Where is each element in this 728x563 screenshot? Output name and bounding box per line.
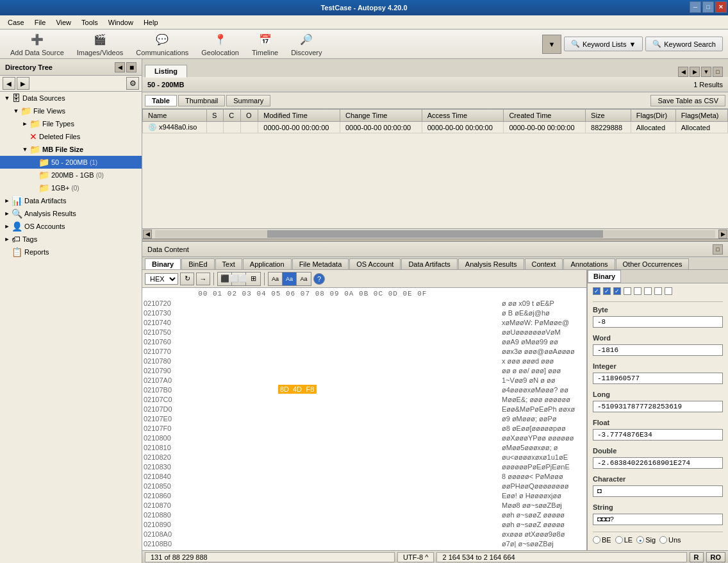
dc-tab-analysisresults[interactable]: Analysis Results xyxy=(458,258,524,269)
dc-tab-application[interactable]: Application xyxy=(243,258,292,269)
dc-tab-filemetadata[interactable]: File Metadata xyxy=(292,258,349,269)
close-button[interactable]: ✕ xyxy=(715,1,727,13)
keyword-search-button[interactable]: 🔍 Keyword Search xyxy=(645,37,723,51)
dc-tab-bined[interactable]: BinEd xyxy=(181,258,214,269)
hscroll-left[interactable]: ◀ xyxy=(143,230,152,239)
dc-tab-osaccount[interactable]: OS Account xyxy=(349,258,401,269)
tree-item-1gbplus[interactable]: 📁 1GB+ (0) xyxy=(0,181,142,194)
tree-item-fileviews[interactable]: ▼ 📁 File Views xyxy=(0,105,142,117)
col-change[interactable]: Change Time xyxy=(340,110,422,122)
col-s[interactable]: S xyxy=(207,110,224,122)
toolbar-extra-button[interactable]: ▼ xyxy=(542,35,561,54)
hex-refresh-button[interactable]: ↻ xyxy=(180,273,194,285)
maximize-button[interactable]: □ xyxy=(702,1,714,13)
col-size[interactable]: Size xyxy=(586,110,631,122)
tree-item-analysisresults[interactable]: ► 🔍 Analysis Results xyxy=(0,207,142,220)
hscroll-track[interactable] xyxy=(155,230,715,238)
status-ro-button[interactable]: RO xyxy=(706,552,726,562)
tree-item-50-200mb[interactable]: 📁 50 - 200MB (1) xyxy=(0,156,142,169)
hscroll-right[interactable]: ▶ xyxy=(718,230,727,239)
dc-tab-dataartifacts[interactable]: Data Artifacts xyxy=(401,258,457,269)
menu-tools[interactable]: Tools xyxy=(76,17,103,28)
dc-tab-text[interactable]: Text xyxy=(215,258,242,269)
tree-item-filetypes[interactable]: ► 📁 File Types xyxy=(0,117,142,130)
listing-nav-down[interactable]: ▼ xyxy=(701,67,711,77)
status-r-button[interactable]: R xyxy=(690,552,704,562)
add-datasource-button[interactable]: ➕ Add Data Source xyxy=(5,31,69,58)
dc-tab-binary[interactable]: Binary xyxy=(145,258,181,269)
h-scrollbar[interactable]: ◀ ▶ xyxy=(142,228,728,239)
tab-listing[interactable]: Listing xyxy=(145,65,187,78)
dc-tab-context[interactable]: Context xyxy=(525,258,563,269)
listing-nav-left[interactable]: ◀ xyxy=(678,67,688,77)
tree-item-dataartifacts[interactable]: ► 📊 Data Artifacts xyxy=(0,194,142,207)
rp-tab-binary[interactable]: Binary xyxy=(588,270,621,283)
tree-item-tags[interactable]: ► 🏷 Tags xyxy=(0,233,142,246)
minimize-button[interactable]: ─ xyxy=(690,1,701,13)
tree-item-datasources[interactable]: ▼ 🗄 Data Sources xyxy=(0,92,142,105)
tree-item-filesize[interactable]: ▼ 📁 MB File Size xyxy=(0,143,142,156)
checkbox-1[interactable]: ✓ xyxy=(593,287,600,295)
menu-file[interactable]: File xyxy=(29,17,51,28)
checkbox-6[interactable] xyxy=(644,287,652,295)
hex-forward-button[interactable]: → xyxy=(196,273,210,285)
tree-item-deletedfiles[interactable]: ✕ Deleted Files xyxy=(0,130,142,143)
tree-item-reports[interactable]: 📋 Reports xyxy=(0,246,142,258)
col-created[interactable]: Created Time xyxy=(504,110,586,122)
checkbox-8[interactable] xyxy=(665,287,672,295)
nav-back-button[interactable]: ◀ xyxy=(3,77,15,90)
checkbox-7[interactable] xyxy=(654,287,662,295)
menu-view[interactable]: View xyxy=(51,17,76,28)
nav-settings-button[interactable]: ⚙ xyxy=(126,77,139,90)
checkbox-5[interactable] xyxy=(634,287,641,295)
sidebar-expand-button[interactable]: ◼ xyxy=(126,62,136,72)
keyword-lists-button[interactable]: 🔍 Keyword Lists ▼ xyxy=(564,37,643,51)
hex-content[interactable]: 00 01 02 03 04 05 06 07 08 09 0A 0B 0C 0… xyxy=(142,288,586,550)
dc-restore[interactable]: □ xyxy=(713,244,723,255)
hex-view-2[interactable]: ⬜⬜ xyxy=(232,273,246,285)
radio-le[interactable]: LE xyxy=(615,536,633,544)
hex-color-3[interactable]: Aa xyxy=(297,273,311,285)
hex-color-1[interactable]: Aa xyxy=(269,273,283,285)
listing-nav-right[interactable]: ▶ xyxy=(690,67,700,77)
nav-forward-button[interactable]: ▶ xyxy=(17,77,29,90)
menu-case[interactable]: Case xyxy=(3,17,29,28)
col-flagsdir[interactable]: Flags(Dir) xyxy=(631,110,675,122)
col-c[interactable]: C xyxy=(224,110,241,122)
timeline-button[interactable]: 📅 Timeline xyxy=(247,31,283,58)
checkbox-3[interactable]: ✓ xyxy=(613,287,621,295)
communications-button[interactable]: 💬 Communications xyxy=(131,31,194,58)
dc-tab-otheroccurrences[interactable]: Other Occurrences xyxy=(616,258,690,269)
images-videos-button[interactable]: 🎬 Images/Videos xyxy=(72,31,129,58)
discovery-button[interactable]: 🔎 Discovery xyxy=(286,31,327,58)
radio-be[interactable]: BE xyxy=(593,536,611,544)
checkbox-2[interactable]: ✓ xyxy=(603,287,611,295)
menu-help[interactable]: Help xyxy=(138,17,163,28)
tree-item-osaccounts[interactable]: ► 👤 OS Accounts xyxy=(0,220,142,233)
hex-color-2[interactable]: Aa xyxy=(283,273,297,285)
checkbox-4[interactable] xyxy=(624,287,631,295)
hscroll-thumb[interactable] xyxy=(267,230,603,238)
hex-help-button[interactable]: ? xyxy=(313,273,325,285)
subtab-table[interactable]: Table xyxy=(145,95,177,106)
tree-item-200mb-1gb[interactable]: 📁 200MB - 1GB (0) xyxy=(0,169,142,181)
col-o[interactable]: O xyxy=(240,110,258,122)
col-flagsmeta[interactable]: Flags(Meta) xyxy=(675,110,727,122)
col-access[interactable]: Access Time xyxy=(422,110,504,122)
geolocation-button[interactable]: 📍 Geolocation xyxy=(196,31,244,58)
menu-window[interactable]: Window xyxy=(103,17,138,28)
table-row[interactable]: 💿 x9448a0.iso 0000-00-00 00:00:00 0000-0… xyxy=(143,122,728,133)
radio-sig[interactable]: Sig xyxy=(636,536,656,544)
hex-view-3[interactable]: ⊞ xyxy=(246,273,260,285)
subtab-thumbnail[interactable]: Thumbnail xyxy=(178,95,225,106)
file-table-wrapper[interactable]: Name S C O Modified Time Change Time Acc… xyxy=(142,109,728,228)
save-csv-button[interactable]: Save Table as CSV xyxy=(650,95,725,106)
radio-uns[interactable]: Uns xyxy=(659,536,681,544)
listing-restore[interactable]: □ xyxy=(713,67,723,77)
hex-format-select[interactable]: HEX DEC OCT xyxy=(145,273,178,285)
subtab-summary[interactable]: Summary xyxy=(226,95,270,106)
col-modified[interactable]: Modified Time xyxy=(258,110,340,122)
col-name[interactable]: Name xyxy=(143,110,207,122)
dc-tab-annotations[interactable]: Annotations xyxy=(563,258,615,269)
sidebar-collapse-button[interactable]: ◀ xyxy=(115,62,125,72)
